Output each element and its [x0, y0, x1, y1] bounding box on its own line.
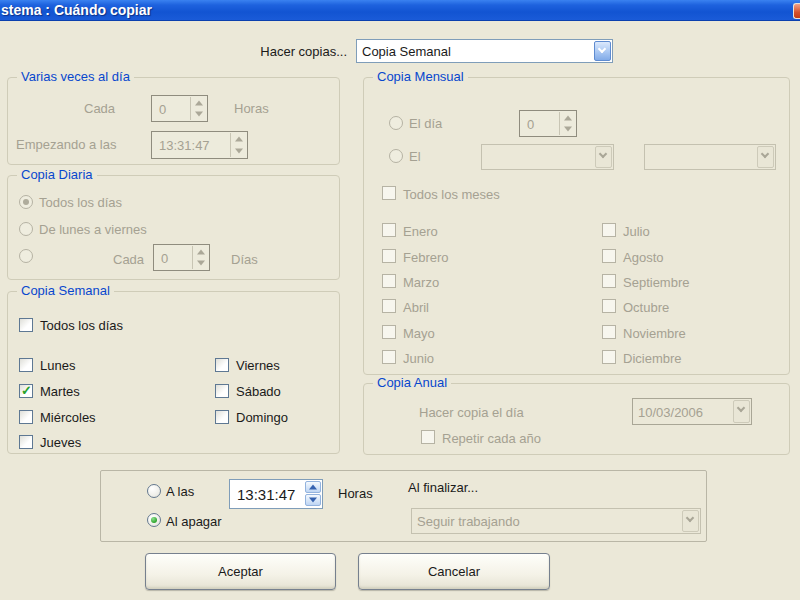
time-value: 13:31:47 — [237, 486, 295, 503]
checkbox-diciembre — [602, 350, 616, 364]
checkbox-abril — [382, 299, 396, 313]
checkbox-febrero-label: Febrero — [403, 250, 449, 265]
checkbox-sabado[interactable] — [215, 384, 229, 398]
backup-frequency-value: Copia Semanal — [362, 44, 451, 59]
checkbox-lunes[interactable] — [19, 358, 33, 372]
radio-a-las-label: A las — [166, 484, 194, 499]
checkbox-marzo — [382, 274, 396, 288]
el-dia-value: 0 — [527, 116, 534, 131]
checkbox-septiembre-label: Septiembre — [623, 275, 689, 290]
spinner-arrows — [230, 133, 246, 157]
arrow-down-icon — [309, 498, 317, 503]
accept-button[interactable]: Aceptar — [145, 553, 336, 590]
checkbox-viernes[interactable] — [215, 358, 229, 372]
cada-dias-value: 0 — [161, 250, 168, 265]
radio-a-las[interactable] — [147, 484, 161, 498]
spinner-arrows — [559, 112, 575, 135]
arrow-up-icon — [564, 115, 572, 120]
chevron-glyph — [737, 404, 745, 412]
checkbox-jueves-label: Jueves — [40, 435, 81, 450]
checkbox-marzo-label: Marzo — [403, 275, 439, 290]
chevron-down-icon — [595, 146, 612, 168]
group-title: Copia Mensual — [373, 69, 468, 84]
checkbox-todos-los-meses-label: Todos los meses — [403, 187, 500, 202]
checkbox-lunes-label: Lunes — [40, 358, 75, 373]
arrow-up-icon — [195, 100, 203, 105]
radio-lunes-a-viernes — [19, 222, 33, 236]
checkbox-junio — [382, 350, 396, 364]
checkbox-diciembre-label: Diciembre — [623, 351, 682, 366]
arrow-up-icon — [309, 485, 317, 490]
cada-label: Cada — [84, 101, 115, 116]
arrow-down-icon — [235, 149, 243, 154]
cada-horas-value: 0 — [159, 101, 166, 116]
checkbox-julio-label: Julio — [623, 224, 650, 239]
arrow-up-icon — [235, 137, 243, 142]
checkbox-noviembre-label: Noviembre — [623, 326, 686, 341]
group-copia-semanal: Copia Semanal Todos los días Lunes Marte… — [7, 291, 340, 454]
radio-todos-los-dias-label: Todos los días — [39, 195, 122, 210]
cancel-button[interactable]: Cancelar — [358, 553, 550, 590]
group-title: Copia Diaria — [17, 167, 97, 182]
dialog-cuando-copiar: stema : Cuándo copiar Hacer copias... Co… — [0, 0, 800, 600]
spinner-arrows — [192, 246, 208, 269]
checkbox-miercoles[interactable] — [19, 410, 33, 424]
checkbox-febrero — [382, 249, 396, 263]
al-finalizar-label: Al finalizar... — [408, 480, 478, 495]
radio-el-dia-label: El día — [409, 116, 442, 131]
checkbox-octubre — [602, 299, 616, 313]
checkbox-domingo[interactable] — [215, 410, 229, 424]
checkbox-jueves[interactable] — [19, 435, 33, 449]
arrow-down-icon — [195, 112, 203, 117]
annual-date-value: 10/03/2006 — [638, 404, 703, 419]
checkbox-junio-label: Junio — [403, 351, 434, 366]
hacer-copias-label: Hacer copias... — [200, 44, 347, 59]
cada-label: Cada — [113, 252, 144, 267]
checkbox-martes-label: Martes — [40, 384, 80, 399]
checkbox-octubre-label: Octubre — [623, 300, 669, 315]
checkbox-abril-label: Abril — [403, 300, 429, 315]
al-finalizar-value: Seguir trabajando — [417, 514, 520, 529]
radio-el — [389, 149, 403, 163]
chevron-glyph — [598, 45, 606, 53]
arrow-up-icon — [197, 249, 205, 254]
checkbox-septiembre — [602, 274, 616, 288]
el-dia-spinner: 0 — [519, 110, 577, 137]
chevron-glyph — [761, 150, 769, 158]
radio-al-apagar[interactable] — [147, 513, 161, 527]
checkbox-agosto — [602, 249, 616, 263]
chevron-down-icon[interactable] — [594, 41, 611, 61]
checkbox-todos-los-dias[interactable] — [19, 318, 33, 332]
arrow-down-icon — [197, 261, 205, 266]
checkbox-todos-los-dias-label: Todos los días — [40, 318, 123, 333]
checkbox-julio — [602, 223, 616, 237]
dias-label: Días — [231, 252, 258, 267]
checkbox-mayo-label: Mayo — [403, 326, 435, 341]
week-ordinal-select — [481, 144, 614, 170]
annual-date-select: 10/03/2006 — [632, 398, 752, 425]
chevron-down-icon — [682, 510, 699, 532]
checkbox-todos-los-meses — [382, 186, 396, 200]
radio-lunes-a-viernes-label: De lunes a viernes — [39, 222, 147, 237]
close-icon[interactable] — [793, 3, 800, 19]
run-time-panel: A las 13:31:47 Horas Al apagar Al finali… — [100, 470, 707, 542]
chevron-glyph — [599, 150, 607, 158]
checkbox-martes[interactable] — [19, 384, 33, 398]
cada-horas-spinner: 0 — [151, 95, 208, 122]
backup-frequency-select[interactable]: Copia Semanal — [356, 39, 613, 63]
checkbox-repetir-cada-ano — [421, 430, 435, 444]
horas-label: Horas — [234, 101, 269, 116]
checkbox-enero-label: Enero — [403, 224, 438, 239]
group-copia-diaria: Copia Diaria Todos los días De lunes a v… — [7, 175, 340, 280]
checkbox-enero — [382, 223, 396, 237]
empezando-time-spinner: 13:31:47 — [151, 131, 248, 159]
group-varias-veces-al-dia: Varias veces al día Cada 0 Horas Empezan… — [7, 77, 340, 165]
checkbox-repetir-cada-ano-label: Repetir cada año — [442, 431, 541, 446]
radio-todos-los-dias — [19, 195, 33, 209]
chevron-glyph — [686, 514, 694, 522]
spinner-arrows[interactable] — [305, 481, 321, 507]
chevron-down-icon — [757, 146, 774, 168]
horas-label: Horas — [338, 486, 373, 501]
empezando-time-value: 13:31:47 — [159, 138, 210, 153]
time-spinner[interactable]: 13:31:47 — [229, 479, 323, 509]
